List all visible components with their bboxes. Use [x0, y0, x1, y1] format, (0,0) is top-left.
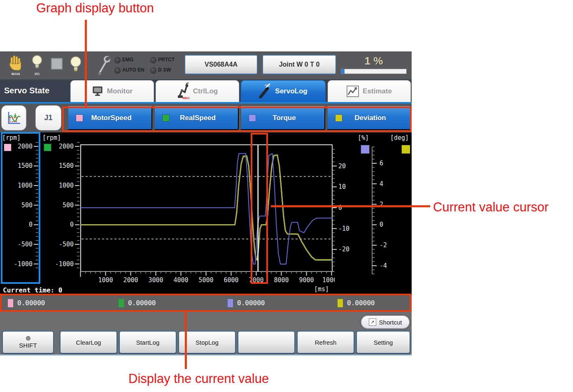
auto-en-led	[114, 67, 121, 74]
prtct-led-label: PRTCT	[158, 57, 175, 63]
speed-progress-fill	[341, 69, 345, 74]
tab-ctrllog-label: CtrlLog	[193, 87, 218, 95]
stoplog-button[interactable]: StopLog	[178, 331, 236, 354]
annotation-line-cursor	[271, 205, 430, 207]
svg-text:1000: 1000	[59, 182, 74, 189]
svg-text:5000: 5000	[198, 276, 213, 284]
svg-text:10000: 10000	[322, 276, 341, 284]
stop-square-icon[interactable]	[51, 58, 63, 70]
shortcut-icon: ↗	[369, 318, 376, 326]
robot-type-button[interactable]: VS068A4A	[184, 55, 258, 74]
svg-text:1000: 1000	[98, 276, 113, 284]
startlog-button[interactable]: StartLog	[119, 331, 177, 354]
tab-estimate[interactable]: Estimate	[328, 80, 411, 102]
svg-text:0: 0	[70, 221, 74, 228]
lightbulb-icon	[31, 55, 43, 71]
svg-text:9000: 9000	[299, 276, 314, 284]
tab-monitor[interactable]: Monitor	[70, 80, 154, 102]
realspeed-axis-swatch	[44, 144, 51, 151]
blank-button[interactable]	[238, 331, 295, 354]
shift-button[interactable]: SHIFT	[2, 331, 54, 354]
svg-text:4: 4	[380, 180, 383, 188]
refresh-button[interactable]: Refresh	[297, 331, 354, 354]
io-label: I/O	[29, 72, 45, 76]
svg-text:3000: 3000	[148, 276, 163, 284]
tab-monitor-label: Monitor	[107, 87, 133, 95]
monitor-icon	[92, 86, 103, 97]
chart-canvas: 2000150010005000-500-1000200015001000500…	[0, 132, 412, 295]
svg-text:-10: -10	[338, 225, 349, 232]
shortcut-button[interactable]: ↗ Shortcut	[361, 315, 410, 329]
emg-led	[114, 57, 121, 63]
annotation-display-current-value: Display the current value	[128, 371, 269, 386]
servo-log-icon	[259, 83, 271, 100]
setting-button[interactable]: Setting	[356, 331, 410, 354]
ms-unit-label: [ms]	[314, 285, 329, 293]
tab-ctrllog[interactable]: REC CtrlLog	[156, 80, 239, 102]
svg-text:4000: 4000	[173, 276, 188, 284]
annotation-line-display-value	[185, 311, 187, 369]
annotation-line-graph-display	[85, 20, 87, 108]
svg-text:10: 10	[338, 183, 346, 190]
axis-highlight-box	[1, 132, 40, 284]
torque-axis-swatch	[361, 145, 369, 153]
joint-mode-button[interactable]: Joint W 0 T 0	[262, 55, 336, 74]
status-led-panel: EMG AUTO EN PRTCT D SW	[114, 56, 178, 74]
svg-text:20: 20	[338, 162, 346, 170]
svg-text:8000: 8000	[274, 276, 289, 284]
svg-text:6000: 6000	[224, 276, 238, 284]
auto-en-led-label: AUTO EN	[122, 67, 144, 73]
annotation-box-graph-buttons	[62, 107, 412, 132]
svg-text:-1000: -1000	[55, 260, 74, 268]
axis2-unit-label: [rpm]	[42, 134, 61, 141]
prtct-led	[150, 57, 156, 63]
mini-graph-icon	[6, 110, 22, 126]
shortcut-label: Shortcut	[379, 319, 402, 326]
annotation-current-value-cursor: Current value cursor	[433, 200, 549, 215]
speed-progress-bar[interactable]	[341, 69, 407, 74]
servolog-chart[interactable]: 2000150010005000-500-1000200015001000500…	[0, 132, 412, 295]
speed-percentage: 1 %	[341, 55, 407, 67]
svg-text:2000: 2000	[123, 276, 138, 284]
d-sw-led-label: D SW	[158, 67, 171, 73]
axis3-unit-label: [%]	[358, 134, 369, 141]
tab-servolog[interactable]: ServoLog	[241, 80, 326, 102]
emg-led-label: EMG	[122, 57, 133, 63]
io-button[interactable]: I/O	[29, 54, 45, 77]
svg-text:500: 500	[63, 202, 74, 209]
deviation-axis-swatch	[402, 145, 410, 153]
manual-mode-button[interactable]: MAN	[7, 54, 25, 77]
tab-estimate-label: Estimate	[363, 87, 392, 95]
svg-text:2000: 2000	[59, 143, 74, 150]
joint-select-button[interactable]: J1	[35, 105, 61, 130]
shift-label: SHIFT	[19, 342, 37, 349]
rec-badge: REC	[183, 96, 190, 100]
svg-text:6: 6	[380, 160, 383, 167]
annotation-box-current-values	[0, 294, 411, 312]
manual-mode-label: MAN	[7, 72, 25, 76]
svg-text:0: 0	[380, 221, 383, 228]
maintenance-button[interactable]	[96, 55, 112, 76]
wrench-icon	[96, 55, 112, 76]
lightbulb-icon	[70, 56, 82, 74]
clearlog-button[interactable]: ClearLog	[60, 331, 117, 354]
svg-text:1500: 1500	[59, 162, 74, 169]
d-sw-led	[150, 67, 156, 74]
svg-text:-500: -500	[59, 241, 74, 248]
estimate-chart-icon	[347, 86, 359, 97]
top-toolbar: MAN I/O	[0, 51, 412, 79]
tab-servolog-label: ServoLog	[275, 87, 307, 95]
svg-text:-4: -4	[380, 262, 387, 269]
shift-lamp-icon	[26, 336, 30, 341]
graph-display-button[interactable]	[1, 105, 26, 130]
hand-icon	[8, 55, 23, 71]
axis4-unit-label: [deg]	[390, 134, 409, 141]
screenshot-root: Graph display button Current value curso…	[0, 0, 573, 392]
page-title: Servo State	[0, 79, 49, 102]
annotation-box-cursor	[251, 133, 268, 284]
annotation-graph-display-button: Graph display button	[36, 1, 154, 16]
svg-text:-20: -20	[338, 246, 349, 253]
lamp-button[interactable]	[68, 54, 84, 77]
tab-bar: Servo State Monitor	[0, 79, 412, 102]
current-time-label: Current time: 0	[3, 286, 63, 294]
